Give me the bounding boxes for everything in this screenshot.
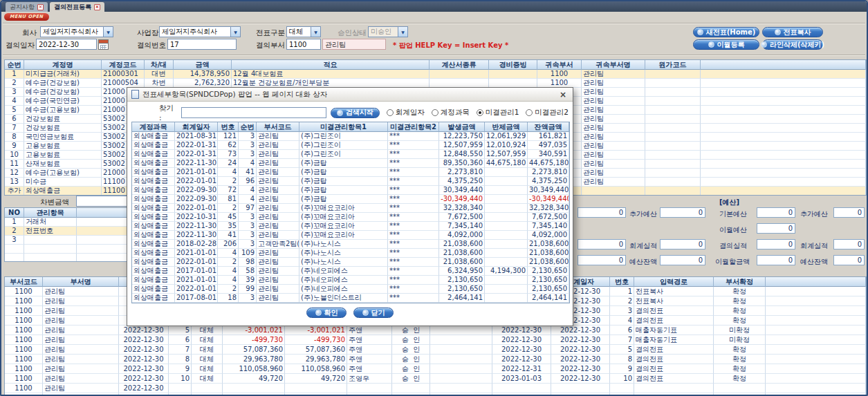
cell-seq: 10 <box>5 151 24 160</box>
bizplace-select[interactable]: 제일저지주식회사 ▼ <box>159 26 241 37</box>
open-item-row[interactable]: 외상매출금 2022-01-31 62 3 관리팀 (주)그린조이 *** 12… <box>132 141 569 150</box>
cell-occur-amount: 21,038,600 <box>439 240 485 249</box>
menu-open-badge[interactable]: MENU OPEN <box>4 13 49 21</box>
open-item-row[interactable]: 외상매출금 2022-11-30 41 3 관리팀 (주)꼬매요코리아 *** … <box>132 231 569 240</box>
cell-account: 외상매출금 <box>132 177 175 186</box>
ok-button[interactable]: 확인 <box>306 308 347 318</box>
cell-no: 10 <box>169 374 192 384</box>
open-item-row[interactable]: 외상매출금 2021-01-01 4 41 관리팀 (주)금탑 *** 2,27… <box>132 168 569 177</box>
open-item-row[interactable]: 외상매출금 2022-01-01 2 99 관리팀 (주)네오피에스 *** 2… <box>132 285 569 294</box>
slip-row[interactable] <box>5 393 866 396</box>
slip-row[interactable]: 1100 관리팀 2022-12-30 8 대체 29,963,780 29,9… <box>5 355 866 364</box>
radio-option[interactable]: 미결관리1 <box>477 108 519 117</box>
budget-value-box: 0 <box>660 255 705 265</box>
resolution-no-input[interactable] <box>167 39 237 50</box>
open-item-row[interactable]: 외상매출금 2022-09-30 72 4 관리팀 (주)금탑 *** 30,3… <box>132 186 569 195</box>
open-item-row[interactable]: 외상매출금 2017-01-01 4 58 관리팀 (주)네오피에스 *** 6… <box>132 267 569 276</box>
search-start-button[interactable]: 검색시작 <box>331 108 380 118</box>
cell-writer: 조영우 <box>347 374 392 384</box>
search-start-button-label: 검색시작 <box>346 108 373 117</box>
cell-acct-date: 2017-01-01 <box>175 267 218 276</box>
slip-row[interactable]: 1100 관리팀 2022-12-30 9 대체 110,058,960 110… <box>5 364 866 374</box>
copy-slip-button[interactable]: 전표복사 <box>762 27 823 37</box>
slip-row[interactable]: 1100 관리팀 2022-12-30 7 대체 57,087,360 57,0… <box>5 345 866 355</box>
approval-status-label: 승인상태 <box>338 28 367 38</box>
voucher-row[interactable]: 1 미지급금(거래처) 21000301 대변 14,378,950 12월 4… <box>5 70 866 79</box>
popup-close-button[interactable]: 닫기 <box>353 308 394 318</box>
cell-balance: 2,464,141 <box>528 294 569 303</box>
cell-credit: 29,963,780 <box>285 355 347 364</box>
popup-titlebar[interactable]: 전표세부항목(SPNDCDPop) 팝업 -- 웹 페이지 대화 상자 × <box>127 88 573 102</box>
resolution-dept-code-input[interactable] <box>286 39 321 50</box>
open-item-row[interactable]: 외상매출금 2022-01-01 2 98 관리팀 (주)나노시스 *** 21… <box>132 258 569 267</box>
chevron-down-icon[interactable]: ▼ <box>230 27 240 37</box>
slip-row[interactable]: 1100 관리팀 2022-12-30 6 대체 -499,730 -499,7… <box>5 335 866 345</box>
cell-dept-code: 관리팀 <box>257 276 299 285</box>
cell-dept-code: 관리팀 <box>257 159 299 168</box>
cell-no: 73 <box>218 150 239 159</box>
cell-credit: -499,730 <box>285 335 347 345</box>
open-item-row[interactable]: 외상매출금 2017-08-01 18 3 관리팀 (주)노블인더스트리 ***… <box>132 294 569 303</box>
slip-row[interactable]: 1100 관리팀 2022-12-30 <box>5 384 866 393</box>
cell-dept-name <box>582 187 645 196</box>
company-select[interactable]: 제일저지주식회사 ▼ <box>40 26 113 37</box>
radio-option[interactable]: 회계일자 <box>387 108 425 117</box>
slip-row[interactable]: 1100 관리팀 2022-12-30 5 대체 -3,001,021 -3,0… <box>5 326 866 335</box>
radio-option[interactable]: 미결관리2 <box>526 108 569 117</box>
tab-close-icon[interactable]: × <box>94 4 100 10</box>
slip-type-value: 대체 <box>287 27 311 37</box>
open-item-row[interactable]: 외상매출금 2022-10-31 45 3 관리팀 (주)꼬매요코리아 *** … <box>132 213 569 222</box>
cell-no: 18 <box>218 294 239 303</box>
open-item-row[interactable]: 외상매출금 2022-01-01 2 97 관리팀 (주)꼬매요코리아 *** … <box>132 204 569 213</box>
cell-balance: 340,591 <box>528 150 569 159</box>
slip-type-select[interactable]: 대체 ▼ <box>286 26 321 37</box>
budget-label-acct-actual: 회계실적 <box>800 241 828 251</box>
cell-no: 45 <box>218 213 239 222</box>
open-item-row[interactable]: 외상매출금 2022-11-30 35 3 관리팀 (주)꼬매요코리아 *** … <box>132 222 569 231</box>
open-item-row[interactable]: 외상매출금 2022-01-01 2 96 관리팀 (주)금탑 *** 4,37… <box>132 177 569 186</box>
close-icon[interactable]: × <box>557 90 569 100</box>
col-dept-name: 귀속부서명 <box>582 60 645 70</box>
cell-no: 81 <box>218 195 239 204</box>
cell-settle-amount: 4,194,300 <box>485 267 528 276</box>
cell-no: 2 <box>5 227 24 236</box>
budget-value-box: 0 <box>757 255 795 265</box>
resolution-no-label: 결의번호 <box>137 41 166 50</box>
cell-dept-name: 관리팀 <box>582 151 645 160</box>
cell-account: 외상매출금 <box>132 276 175 285</box>
open-item-row[interactable]: 외상매출금 2022-11-30 24 4 관리팀 (주)금탑 *** 89,3… <box>132 159 569 168</box>
open-item-row[interactable]: 외상매출금 2021-08-31 121 3 관리팀 (주)그린조이 *** 1… <box>132 132 569 141</box>
cell-account: 외상매출금 <box>132 267 175 276</box>
tab-close-icon[interactable]: × <box>37 4 44 10</box>
open-item-row[interactable]: 외상매출금 2022-09-30 81 4 관리팀 (주)금탑 *** -30,… <box>132 195 569 204</box>
radio-option[interactable]: 계정과목 <box>432 108 470 117</box>
cell-balance: 21,038,600 <box>528 258 569 267</box>
chevron-down-icon[interactable]: ▼ <box>311 27 320 37</box>
tab-notice[interactable]: 공지사항 × <box>6 2 48 12</box>
new-slip-button[interactable]: 새전표(Home) <box>693 27 759 37</box>
cell-input-path: 매출자동기표 <box>634 326 714 335</box>
cell-acct-date: 2022-01-01 <box>175 258 218 267</box>
search-input[interactable] <box>181 107 326 118</box>
button-icon <box>775 29 781 35</box>
cell-account-name: 미수금 <box>24 178 102 187</box>
slip-row[interactable]: 1100 관리팀 2022-12-30 10 대체 49,720 49,720 … <box>5 374 866 384</box>
cell-acct-no: 8 <box>610 355 634 364</box>
resolution-date-input[interactable] <box>36 39 97 50</box>
delete-line-button[interactable]: 라인삭제(삭제키) <box>762 39 823 50</box>
cell-no: 72 <box>218 186 239 195</box>
open-item-row[interactable]: 외상매출금 2021-01-01 4 39 관리팀 (주)네오피에스 *** 2… <box>132 276 569 285</box>
carryover-register-button[interactable]: 이월등록 <box>693 39 759 50</box>
open-item-row[interactable]: 외상매출금 2022-01-31 73 3 관리팀 (주)그린조이 *** 12… <box>132 150 569 159</box>
tab-voucher-entry[interactable]: 결의전표등록 × <box>50 2 104 12</box>
radio-icon <box>526 109 533 116</box>
cell-input-path: 결의전표 <box>634 374 714 384</box>
calendar-icon[interactable] <box>98 39 109 50</box>
open-item-row[interactable]: 외상매출금 2018-02-28 206 3 고객만족2팀(JJ (주)나노시스… <box>132 240 569 249</box>
cell-filler <box>701 133 866 142</box>
chevron-down-icon[interactable]: ▼ <box>103 27 113 37</box>
cell-settle-amount <box>485 195 528 204</box>
cell-seq: 98 <box>239 258 257 267</box>
cell-open-item2: *** <box>388 258 439 267</box>
open-item-row[interactable]: 외상매출금 2021-01-01 4 109 관리팀 (주)나노시스 *** 2… <box>132 249 569 258</box>
